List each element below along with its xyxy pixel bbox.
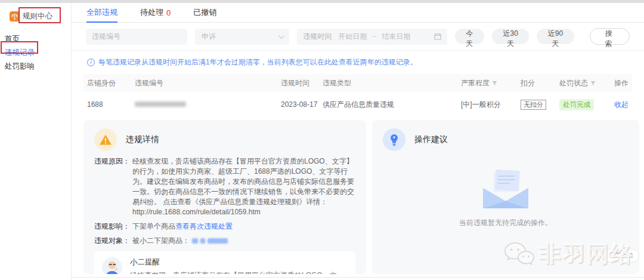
calendar-icon[interactable] xyxy=(434,33,441,40)
tab-bar: 全部违规 待处理 0 已撤销 xyxy=(72,3,644,23)
range-separator: ~ xyxy=(372,32,376,41)
redacted-violation-number xyxy=(135,101,186,107)
pending-count-badge: 0 xyxy=(166,8,171,17)
status-badge: 处罚完成 xyxy=(559,99,594,110)
status-filter-icon[interactable] xyxy=(590,81,596,86)
appeal-select-value: 申诉 xyxy=(202,32,216,42)
redacted-product-link[interactable] xyxy=(208,238,228,244)
end-date-input[interactable]: 结束日期 xyxy=(382,32,410,42)
quick-range-90d-button[interactable]: 近90天 xyxy=(537,29,574,44)
cell-actions: 收起 xyxy=(611,92,632,117)
table-row: 1688 2023-08-17 供应产品信息质量违规 [中]一般积分 无扣分 处… xyxy=(83,92,632,117)
lightbulb-icon xyxy=(383,128,405,151)
suggestion-card-header: 操作建议 xyxy=(383,128,628,151)
tab-pending[interactable]: 待处理 0 xyxy=(140,3,171,23)
cell-severity: [中]一般积分 xyxy=(457,92,517,117)
feedback-button[interactable]: 问题反馈 xyxy=(597,249,639,262)
suggestion-empty-text: 当前违规暂无待完成的操作。 xyxy=(459,218,552,228)
tab-revoked[interactable]: 已撤销 xyxy=(193,3,216,23)
suggestion-empty-state: 当前违规暂无待完成的操作。 xyxy=(383,169,628,228)
appeal-select[interactable]: 申诉 xyxy=(195,29,289,45)
browser-edge-strip xyxy=(0,0,644,3)
cell-violation-type: 供应产品信息质量违规 xyxy=(319,92,457,117)
section-divider xyxy=(72,277,644,278)
table-header-row: 店铺身份 违规编号 违规时间 违规类型 严重程度 扣分 处罚状态 操作 xyxy=(83,74,632,92)
col-actions: 操作 xyxy=(611,74,632,92)
col-penalty-status: 处罚状态 xyxy=(556,74,611,92)
cell-shop-identity: 1688 xyxy=(83,92,131,117)
filter-bar: 申诉 违规时间 开始日期 ~ 结束日期 今天 近30天 近90天 搜 索 xyxy=(72,23,644,51)
violation-target-label: 违规对象： xyxy=(94,236,132,246)
feedback-label: 问题反馈 xyxy=(609,251,633,260)
detail-card-title: 违规详情 xyxy=(126,134,159,145)
expiry-notice-text: 每笔违规记录从违规时间开始后满1年才会过期清零，当前列表您可以在此处查看近两年的… xyxy=(98,57,417,67)
sidebar-header: 规则中心 xyxy=(0,3,71,21)
violation-reason-row: 违规原因： 经核查发现，贵店铺该商品存在【冒用平台官方资质的LOGO、文字】的行… xyxy=(94,156,355,217)
col-deduction: 扣分 xyxy=(517,74,556,92)
sidebar-item-violation-records[interactable]: 违规记录 xyxy=(5,46,71,60)
col-shop-identity: 店铺身份 xyxy=(83,74,131,92)
rules-center-screen: 规则中心 首页 违规记录 处罚影响 全部违规 待处理 0 已撤销 xyxy=(0,0,644,280)
cell-violation-number xyxy=(131,92,277,117)
violation-impact-label: 违规影响： xyxy=(94,221,132,232)
staff-avatar xyxy=(102,257,122,274)
main-content: 全部违规 待处理 0 已撤销 申诉 违规时间 开始日期 ~ 结束日期 xyxy=(72,3,644,280)
deduction-tag: 无扣分 xyxy=(521,100,546,110)
staff-reminder-card: 小二提醒 经核查发现，贵店铺该商品存在【冒用平台官方资质的LOGO、文字】的行为… xyxy=(94,251,355,274)
empty-envelope-icon xyxy=(479,169,532,211)
sidebar-item-home[interactable]: 首页 xyxy=(5,32,71,46)
tab-all-violations-label: 全部违规 xyxy=(86,7,117,18)
start-date-input[interactable]: 开始日期 xyxy=(338,32,367,42)
violation-reason-label: 违规原因： xyxy=(94,156,132,217)
cell-penalty-status: 处罚完成 xyxy=(556,92,611,117)
quick-range-30d-button[interactable]: 近30天 xyxy=(492,29,529,44)
violation-detail-card: 违规详情 违规原因： 经核查发现，贵店铺该商品存在【冒用平台官方资质的LOGO、… xyxy=(83,120,366,274)
sidebar: 规则中心 首页 违规记录 处罚影响 xyxy=(0,3,72,280)
expiry-notice: i 每笔违规记录从违规时间开始后满1年才会过期清零，当前列表您可以在此处查看近两… xyxy=(72,51,644,73)
detail-card-header: 违规详情 xyxy=(94,128,355,151)
violation-impact-text: 下架单个商品查看再次违规处置 xyxy=(132,221,355,232)
violation-target-row: 违规对象： 被小二下架商品： xyxy=(94,236,355,246)
tab-pending-label: 待处理 xyxy=(140,7,163,18)
staff-reminder-text: 经核查发现，贵店铺该商品存在【冒用平台官方资质的LOGO、文字】的行为，如使用实… xyxy=(130,270,347,274)
violation-number-input[interactable] xyxy=(86,29,187,45)
search-button[interactable]: 搜 索 xyxy=(590,28,630,45)
staff-reminder-title: 小二提醒 xyxy=(130,257,347,267)
suggestion-card-title: 操作建议 xyxy=(414,134,448,145)
severity-filter-icon[interactable] xyxy=(492,81,497,86)
violation-reason-text: 经核查发现，贵店铺该商品存在【冒用平台官方资质的LOGO、文字】的行为，如使用实… xyxy=(132,156,355,217)
violation-time-label: 违规时间 xyxy=(303,32,332,42)
cell-violation-time: 2023-08-17 xyxy=(277,92,319,117)
tab-all-violations[interactable]: 全部违规 xyxy=(86,3,117,23)
violation-target-text: 被小二下架商品： xyxy=(132,236,355,246)
feedback-icon xyxy=(602,253,607,259)
col-violation-time: 违规时间 xyxy=(277,74,319,92)
collapse-row-link[interactable]: 收起 xyxy=(614,100,628,109)
col-severity: 严重程度 xyxy=(457,74,517,92)
warning-icon xyxy=(94,128,117,151)
quick-range-today-button[interactable]: 今天 xyxy=(455,29,484,44)
redacted-product-link[interactable] xyxy=(200,238,205,244)
sidebar-title: 规则中心 xyxy=(23,11,52,21)
violation-table: 店铺身份 违规编号 违规时间 违规类型 严重程度 扣分 处罚状态 操作 1688… xyxy=(83,74,632,117)
tab-revoked-label: 已撤销 xyxy=(193,7,216,18)
violation-detail-section: 违规详情 违规原因： 经核查发现，贵店铺该商品存在【冒用平台官方资质的LOGO、… xyxy=(72,117,644,274)
col-violation-type: 违规类型 xyxy=(319,74,457,92)
violation-time-range: 违规时间 开始日期 ~ 结束日期 xyxy=(297,29,447,45)
redacted-product-link[interactable] xyxy=(192,238,198,244)
repeat-violation-link[interactable]: 查看再次违规处置 xyxy=(175,222,233,230)
violation-impact-row: 违规影响： 下架单个商品查看再次违规处置 xyxy=(94,221,355,232)
sidebar-item-punishment-impact[interactable]: 处罚影响 xyxy=(5,60,71,73)
rules-center-icon xyxy=(10,11,20,21)
sidebar-nav: 首页 违规记录 处罚影响 xyxy=(0,21,71,73)
chevron-down-icon xyxy=(278,33,284,39)
cell-deduction: 无扣分 xyxy=(517,92,556,117)
col-violation-number: 违规编号 xyxy=(131,74,277,92)
info-icon: i xyxy=(87,59,95,66)
